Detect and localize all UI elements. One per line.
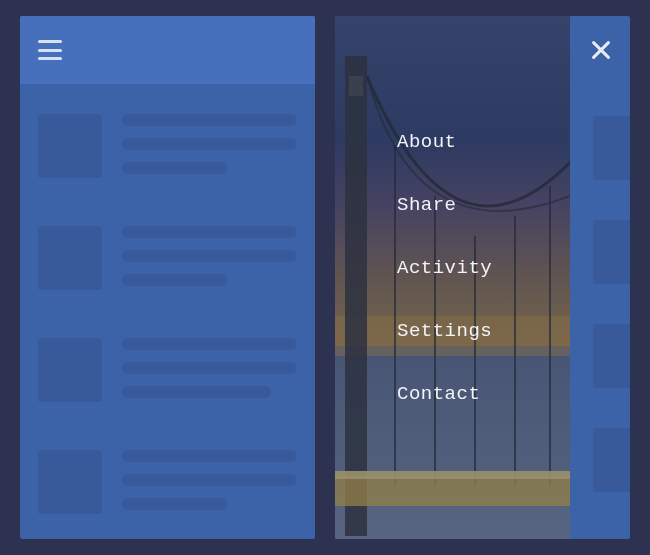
text-line [122, 362, 297, 374]
thumbnail [38, 226, 102, 290]
list-item [593, 116, 630, 180]
device-closed [20, 16, 315, 539]
text-line [122, 162, 227, 174]
text-line [122, 226, 297, 238]
list-item [593, 428, 630, 492]
menu-item-share[interactable]: Share [397, 194, 570, 216]
close-icon[interactable] [590, 39, 612, 61]
hamburger-icon[interactable] [38, 40, 62, 60]
text-line [122, 474, 297, 486]
list-item [38, 114, 297, 186]
text-line [122, 450, 297, 462]
list-item [38, 450, 297, 522]
list-item [593, 220, 630, 284]
text-line [122, 386, 271, 398]
text-line [122, 274, 227, 286]
text-line [122, 338, 297, 350]
topbar [335, 16, 630, 84]
feed-list [20, 84, 315, 522]
list-item [593, 324, 630, 388]
thumbnail [38, 114, 102, 178]
thumbnail [38, 338, 102, 402]
menu-item-contact[interactable]: Contact [397, 383, 570, 405]
menu-item-settings[interactable]: Settings [397, 320, 570, 342]
topbar [20, 16, 315, 84]
menu-item-activity[interactable]: Activity [397, 257, 570, 279]
list-item [38, 338, 297, 410]
thumbnail [593, 220, 630, 284]
text-line [122, 250, 297, 262]
thumbnail [38, 450, 102, 514]
menu-item-about[interactable]: About [397, 131, 570, 153]
list-item [38, 226, 297, 298]
thumbnail [593, 116, 630, 180]
text-line [122, 114, 297, 126]
thumbnail [593, 324, 630, 388]
device-open: About Share Activity Settings Contact [335, 16, 630, 539]
feed-list-shifted [593, 98, 630, 539]
text-line [122, 138, 297, 150]
thumbnail [593, 428, 630, 492]
text-line [122, 498, 227, 510]
side-drawer: About Share Activity Settings Contact [335, 16, 570, 539]
